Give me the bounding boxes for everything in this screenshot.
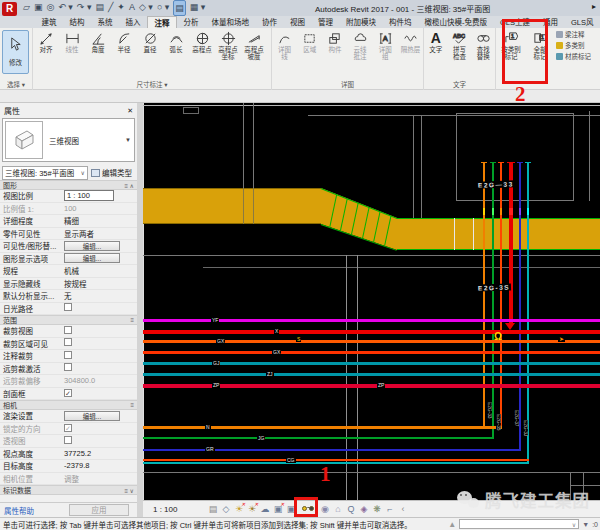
prop-row[interactable]: 默认分析显示...无 [0,290,137,303]
checkbox-checked[interactable]: ✓ [64,424,72,432]
edit-button[interactable]: 编辑... [64,241,120,251]
pipe-gr[interactable] [143,449,521,451]
prop-row[interactable]: 显示隐藏线按规程 [0,278,137,291]
prop-row[interactable]: 图形显示选项编辑... [0,253,137,266]
crop-view-icon[interactable]: ▣✕ [272,503,283,515]
extra-icon[interactable]: ▦ ▾ [190,0,206,16]
tab-jiegou[interactable]: 结构 [63,16,91,28]
edit-button[interactable]: 编辑... [64,411,120,421]
tab-charu[interactable]: 插入 [119,16,147,28]
tab-guanli[interactable]: 管理 [311,16,339,28]
dim-radial-button[interactable]: 半径 [111,29,137,54]
redo-icon[interactable]: ↷ ▾ [77,0,92,16]
filter-input[interactable]: ∨ [459,519,579,529]
dim-arclength-button[interactable]: 弧长 [163,29,189,54]
dim-diameter-button[interactable]: 直径 [137,29,163,54]
prop-row[interactable]: 裁剪区域可见 [0,338,137,351]
riser-pipe[interactable] [492,163,494,439]
prop-row[interactable]: 远剪裁偏移304800.0 [0,375,137,388]
revision-cloud-button[interactable]: 云线 批注 [348,29,373,60]
filter-icon[interactable]: ▼ [582,521,589,528]
spot-coordinate-button[interactable]: 高程点 坐标 [215,29,241,60]
detail-line-button[interactable]: 详图 线 [272,29,297,60]
prop-row[interactable]: 详细程度精细 [0,215,137,228]
tab-ganlanshan[interactable]: 橄榄山快模-免费版 [418,16,494,28]
checkbox-checked[interactable]: ✓ [64,389,72,397]
measure-icon[interactable]: ╱ [108,0,113,16]
dim-linear-button[interactable]: 线性 [59,29,85,54]
prop-row[interactable]: 比例值 1:100 [0,203,137,216]
pipe-n[interactable] [143,426,502,429]
pipe-jg[interactable] [143,437,494,439]
beam-annotate-button[interactable]: 梁注释 [556,29,591,39]
section-identity[interactable]: 标识数据≡ ∨ [0,485,137,495]
tab-zhushi[interactable]: 注释 [147,16,177,28]
region-button[interactable]: 区域 [297,29,322,54]
prop-row[interactable]: 规程机械 [0,265,137,278]
panel-label-dims[interactable]: 尺寸标注 ▾ [33,79,271,90]
section-icon[interactable]: ○ ▾ [157,0,169,16]
panel-label-detail[interactable]: 详图 [272,79,423,90]
duct-left-segment[interactable] [143,188,321,224]
sync-icon[interactable]: ◎ [46,0,54,16]
component-button[interactable]: 构件 [322,29,347,54]
checkbox[interactable] [64,338,72,346]
prop-row[interactable]: 相机位置调整 [0,473,137,486]
text-button[interactable]: A 文字 [424,29,448,54]
tab-fujiamokuai[interactable]: 附加模块 [339,16,382,28]
prop-row[interactable]: 零件可见性显示两者 [0,228,137,241]
shadows-icon[interactable]: ☀✕ [246,503,257,515]
edit-type-button[interactable]: 编辑类型 [88,167,135,178]
pipe-gx1[interactable] [143,340,600,343]
material-tag-button[interactable]: 材质标记 [556,51,591,61]
show-constraints-icon[interactable]: Q [345,503,356,515]
tab-glsfeng[interactable]: GLS风 [564,16,600,28]
checkbox[interactable] [64,326,72,334]
prop-row[interactable]: 视图比例1 : 100 [0,190,137,203]
prop-row[interactable]: 日光路径 [0,303,137,316]
worksharing-icon[interactable]: ◈ [358,503,369,515]
panel-label-select[interactable]: 选择 ▾ [0,79,32,90]
prop-row[interactable]: 锁定的方向✓ [0,423,137,436]
pipe-cg2[interactable] [143,462,529,464]
prop-row[interactable]: 透视图 [0,435,137,448]
prop-row[interactable]: 目标高度-2379.8 [0,460,137,473]
reveal-hidden-icon[interactable]: ◉ [319,503,330,515]
panfit-icon[interactable]: ⌐ [384,503,395,515]
properties-close-icon[interactable]: ✕ [127,107,133,115]
prop-row[interactable]: 渲染设置编辑... [0,410,137,423]
tab-shitu[interactable]: 视图 [283,16,311,28]
3dview-icon[interactable]: ◇ ▾ [139,0,153,16]
riser-pipe[interactable] [519,163,521,450]
worksets-icon[interactable]: ▲ [448,520,456,529]
apply-button[interactable]: 应用 [69,504,129,516]
save-icon[interactable]: ▣ [34,0,43,16]
revit-logo[interactable]: R [2,2,17,16]
pipe-x[interactable] [143,330,600,334]
prop-row[interactable]: 远剪裁激活 [0,363,137,376]
properties-help-link[interactable]: 属性帮助 [0,505,34,516]
duct-transition[interactable] [321,188,397,250]
spot-slope-button[interactable]: 高程点 坡度 [241,29,267,60]
dim-angular-button[interactable]: 角度 [85,29,111,54]
analysis-icon[interactable]: ❋ [371,503,382,515]
tab-fenxi[interactable]: 分析 [177,16,205,28]
prop-row[interactable]: 可见性/图形替...编辑... [0,240,137,253]
dim-aligned-button[interactable]: 对齐 [33,29,59,54]
tab-goujianwu[interactable]: 构件坞 [382,16,418,28]
view-selector[interactable]: 三维视图: 35#平面图∨ [2,166,88,180]
sun-path-icon[interactable]: ☀✕ [233,503,244,515]
dimension-icon[interactable]: ✦ [117,0,125,16]
open-icon[interactable]: ▱ [23,0,30,16]
view-scale[interactable]: 1 : 100 [153,505,177,514]
spot-elevation-button[interactable]: 高程点 [189,29,215,54]
edit-button[interactable]: 编辑... [64,253,120,263]
checkbox[interactable] [64,363,72,371]
tab-xiezuo[interactable]: 协作 [255,16,283,28]
spelling-button[interactable]: ABC 拼写 检查 [448,29,472,60]
section-camera[interactable]: 相机≡ [0,400,137,410]
temp-view-props-icon[interactable]: ⌂ [332,503,343,515]
section-extents[interactable]: 范围≡ [0,315,137,325]
pipe-cg1[interactable] [143,459,529,461]
multi-category-button[interactable]: 多类别 [556,40,591,50]
